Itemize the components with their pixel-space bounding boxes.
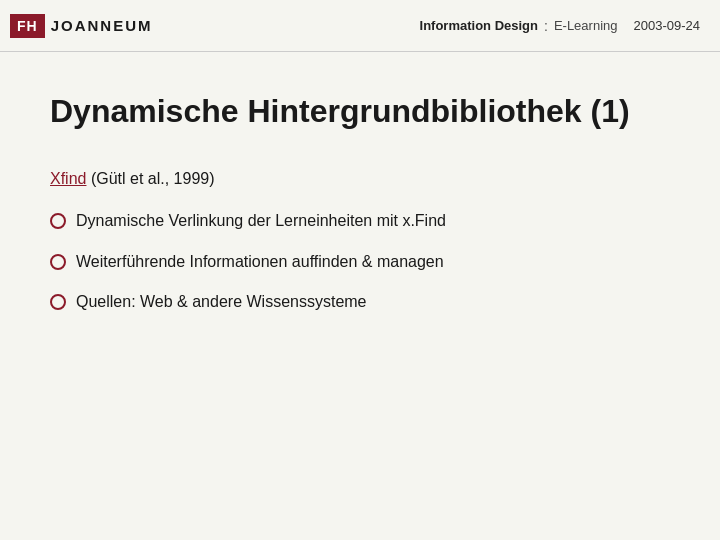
logo-area: FH JOANNEUM [10,14,153,38]
bullet-text: Weiterführende Informationen auffinden &… [76,251,444,273]
header: FH JOANNEUM Information Design : E-Learn… [0,0,720,52]
header-subtitle: E-Learning [554,18,618,33]
list-item: Quellen: Web & andere Wissenssysteme [50,291,670,313]
intro-text: (Gütl et al., 1999) [86,170,214,187]
bullet-icon [50,294,66,310]
logo-fh: FH [10,14,45,38]
logo-name: JOANNEUM [51,17,153,34]
page-title: Dynamische Hintergrundbibliothek (1) [50,92,670,130]
header-date: 2003-09-24 [634,18,701,33]
bullet-icon [50,254,66,270]
bullet-icon [50,213,66,229]
main-content: Dynamische Hintergrundbibliothek (1) Xfi… [0,52,720,362]
section-intro: Xfind (Gütl et al., 1999) [50,170,670,188]
bullet-text: Dynamische Verlinkung der Lerneinheiten … [76,210,446,232]
header-separator: : [544,18,548,34]
xfind-label: Xfind (Gütl et al., 1999) [50,170,215,187]
list-item: Weiterführende Informationen auffinden &… [50,251,670,273]
xfind-link[interactable]: Xfind [50,170,86,187]
bullet-list: Dynamische Verlinkung der Lerneinheiten … [50,210,670,313]
header-right: Information Design : E-Learning 2003-09-… [420,18,700,34]
header-title: Information Design [420,18,538,33]
list-item: Dynamische Verlinkung der Lerneinheiten … [50,210,670,232]
bullet-text: Quellen: Web & andere Wissenssysteme [76,291,367,313]
